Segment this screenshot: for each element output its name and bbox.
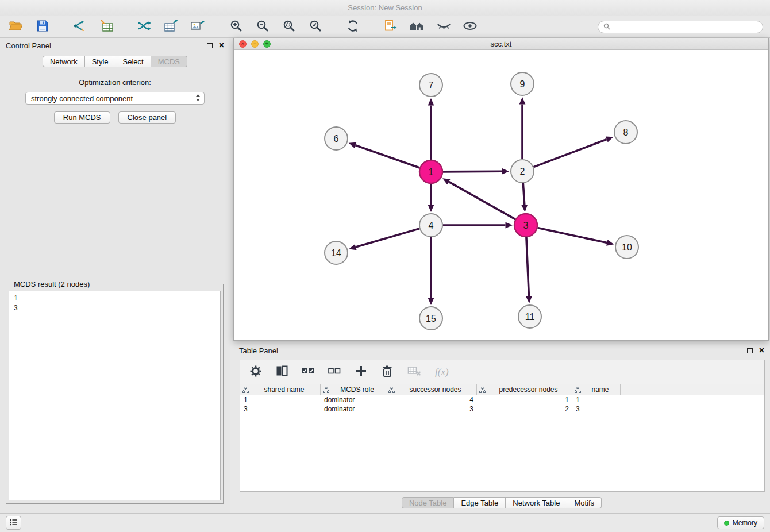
- edge-1-4[interactable]: [428, 184, 434, 212]
- open-session-button[interactable]: [7, 18, 25, 36]
- edge-4-14[interactable]: [349, 229, 419, 250]
- optimization-criterion-select[interactable]: strongly connected component: [25, 92, 205, 105]
- task-history-button[interactable]: [6, 516, 21, 530]
- edge-2-9[interactable]: [519, 97, 526, 159]
- graph-node-10[interactable]: 10: [615, 236, 638, 259]
- table-cell[interactable]: 3: [240, 404, 321, 414]
- zoom-out-button[interactable]: [253, 18, 271, 36]
- apply-layout-button[interactable]: [408, 18, 426, 36]
- graph-node-11[interactable]: 11: [518, 305, 541, 328]
- mcds-result-list[interactable]: 13: [9, 291, 221, 500]
- function-builder-button[interactable]: f(x): [435, 367, 449, 378]
- select-all-rows-button[interactable]: [302, 365, 314, 379]
- graph-node-15[interactable]: 15: [419, 307, 442, 330]
- close-table-panel-icon[interactable]: ×: [759, 346, 764, 355]
- table-cell[interactable]: 1: [477, 395, 572, 404]
- node-label: 1: [429, 167, 434, 177]
- edge-2-3[interactable]: [521, 183, 528, 212]
- import-table-button[interactable]: [98, 18, 116, 36]
- close-panel-button[interactable]: Close panel: [118, 111, 176, 124]
- table-header-row: shared nameMCDS rolesuccessor nodesprede…: [240, 384, 764, 395]
- zoom-fit-button[interactable]: [279, 18, 298, 36]
- refresh-icon: [346, 19, 360, 35]
- close-window-icon[interactable]: ×: [239, 40, 247, 48]
- run-mcds-button[interactable]: Run MCDS: [54, 111, 110, 124]
- network-view-window[interactable]: scc.txt × − + 7968124314101511: [233, 38, 769, 341]
- edge-3-1[interactable]: [442, 178, 515, 219]
- document-export-button[interactable]: [382, 18, 400, 36]
- float-panel-icon[interactable]: [207, 43, 213, 48]
- edge-2-8[interactable]: [534, 136, 614, 167]
- show-columns-button[interactable]: [276, 365, 288, 379]
- network-tools-group: [136, 18, 207, 36]
- import-network-button[interactable]: [71, 18, 90, 36]
- table-cell[interactable]: 1: [572, 395, 621, 404]
- search-box[interactable]: [598, 21, 763, 33]
- save-session-button[interactable]: [33, 18, 52, 36]
- graph-node-6[interactable]: 6: [325, 127, 348, 150]
- table-settings-button[interactable]: [249, 365, 262, 380]
- table-cell[interactable]: dominator: [321, 395, 386, 404]
- edge-1-7[interactable]: [428, 98, 434, 160]
- graph-node-14[interactable]: 14: [325, 241, 348, 264]
- edge-1-6[interactable]: [349, 142, 419, 168]
- edge-4-3[interactable]: [443, 222, 513, 229]
- tab-style[interactable]: Style: [85, 56, 116, 67]
- delete-table-button[interactable]: [407, 365, 421, 379]
- table-row[interactable]: 3dominator323: [240, 404, 764, 414]
- graph-node-1[interactable]: 1: [419, 160, 442, 183]
- column-header-MCDS-role[interactable]: MCDS role: [321, 384, 386, 395]
- node-label: 14: [331, 248, 341, 258]
- column-header-shared-name[interactable]: shared name: [240, 384, 321, 395]
- memory-button[interactable]: Memory: [717, 516, 764, 529]
- network-window-titlebar[interactable]: scc.txt × − +: [234, 38, 768, 50]
- zoom-window-icon[interactable]: +: [263, 40, 271, 48]
- tab-node-table[interactable]: Node Table: [402, 497, 455, 508]
- deselect-all-rows-button[interactable]: [328, 365, 341, 379]
- edge-3-11[interactable]: [526, 237, 532, 303]
- zoom-in-button[interactable]: [226, 18, 245, 36]
- graph-node-2[interactable]: 2: [511, 160, 534, 183]
- export-table-button[interactable]: [162, 18, 180, 36]
- zoom-selected-button[interactable]: [306, 18, 324, 36]
- tab-motifs[interactable]: Motifs: [567, 497, 602, 508]
- eye-closed-icon: [436, 19, 451, 35]
- refresh-layout-button[interactable]: [344, 18, 362, 36]
- column-header-predecessor-nodes[interactable]: predecessor nodes: [477, 384, 572, 395]
- graph-node-9[interactable]: 9: [511, 72, 534, 95]
- edge-3-10[interactable]: [538, 228, 614, 245]
- column-header-name[interactable]: name: [572, 384, 621, 395]
- table-cell[interactable]: 1: [240, 395, 321, 404]
- minimize-window-icon[interactable]: −: [251, 40, 259, 48]
- add-column-button[interactable]: [355, 365, 367, 380]
- graph-node-4[interactable]: 4: [419, 214, 442, 237]
- hide-graphics-details-button[interactable]: [434, 18, 453, 36]
- table-cell[interactable]: 3: [386, 404, 477, 414]
- tab-network-table[interactable]: Network Table: [506, 497, 567, 508]
- network-window-title: scc.txt: [234, 40, 768, 48]
- table-cell[interactable]: 4: [386, 395, 477, 404]
- graph-node-3[interactable]: 3: [514, 214, 537, 237]
- search-input[interactable]: [613, 23, 757, 31]
- tab-edge-table[interactable]: Edge Table: [454, 497, 506, 508]
- table-row[interactable]: 1dominator411: [240, 395, 764, 404]
- tab-select[interactable]: Select: [116, 56, 151, 67]
- delete-column-button[interactable]: [381, 365, 394, 380]
- window-titlebar[interactable]: Session: New Session: [0, 0, 770, 16]
- column-header-successor-nodes[interactable]: successor nodes: [386, 384, 477, 395]
- edge-1-2[interactable]: [443, 168, 509, 175]
- network-canvas[interactable]: 7968124314101511: [234, 51, 768, 341]
- table-cell[interactable]: 2: [477, 404, 572, 414]
- edge-4-15[interactable]: [428, 237, 434, 305]
- table-cell[interactable]: 3: [572, 404, 621, 414]
- close-panel-icon[interactable]: ×: [219, 41, 224, 50]
- float-table-panel-icon[interactable]: [747, 348, 753, 353]
- new-network-button[interactable]: [136, 18, 154, 36]
- graph-node-7[interactable]: 7: [419, 74, 442, 97]
- tab-network[interactable]: Network: [43, 56, 85, 67]
- tab-mcds[interactable]: MCDS: [151, 56, 187, 67]
- graph-node-8[interactable]: 8: [614, 121, 637, 144]
- export-image-button[interactable]: [188, 18, 207, 36]
- show-graphics-details-button[interactable]: [461, 18, 479, 36]
- table-cell[interactable]: dominator: [321, 404, 386, 414]
